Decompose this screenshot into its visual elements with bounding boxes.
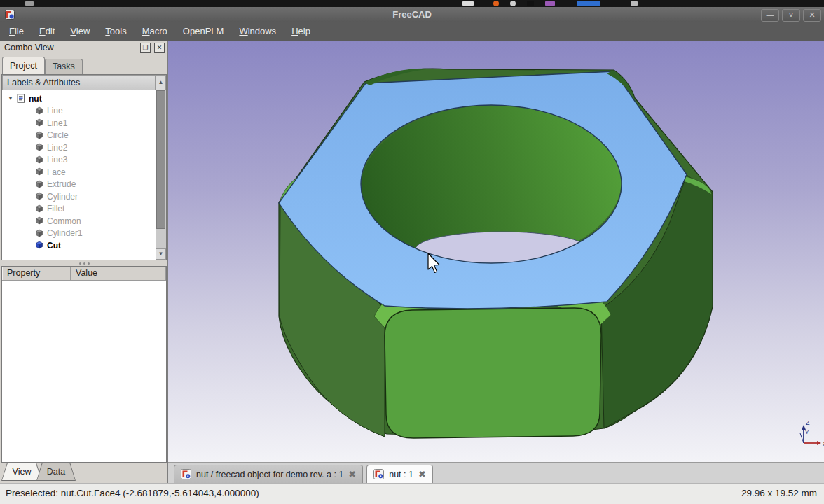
tree-rows: ▼ nut LineLine1CircleLine2Line3FaceExtru… xyxy=(2,90,156,260)
tree-item-nut[interactable]: ▼ nut xyxy=(2,92,156,105)
menu-edit[interactable]: Edit xyxy=(32,22,62,41)
minimize-button[interactable]: — xyxy=(761,9,779,22)
window-title: FreeCAD xyxy=(0,9,824,20)
taskbar-icon[interactable] xyxy=(631,1,638,6)
status-preselection-text: Preselected: nut.Cut.Face4 (-2.681879,-5… xyxy=(6,488,259,498)
menu-tools[interactable]: Tools xyxy=(97,22,134,41)
cube-icon xyxy=(34,204,44,214)
freecad-file-icon xyxy=(373,469,384,479)
tree-item-label: Cylinder1 xyxy=(47,228,83,238)
cube-icon xyxy=(34,192,44,201)
menu-view[interactable]: View xyxy=(62,22,97,41)
cube-icon xyxy=(34,131,44,140)
tab-project[interactable]: Project xyxy=(2,57,45,74)
property-table: Property Value xyxy=(1,266,167,463)
scroll-up-icon[interactable]: ▲ xyxy=(156,75,166,90)
tree-item-label: Line xyxy=(47,106,63,115)
axis-y-label: Y xyxy=(805,429,809,435)
tab-data[interactable]: Data xyxy=(36,463,76,481)
panel-splitter[interactable] xyxy=(1,260,167,266)
status-bar: Preselected: nut.Cut.Face4 (-2.681879,-5… xyxy=(0,483,824,504)
value-column-header[interactable]: Value xyxy=(71,267,166,281)
cube-icon xyxy=(34,155,44,164)
tree-item-line2[interactable]: Line2 xyxy=(2,141,156,154)
tree-item-line[interactable]: Line xyxy=(2,105,156,118)
scroll-down-icon[interactable]: ▼ xyxy=(156,248,166,260)
document-tab[interactable]: nut / freecad object for demo rev. a : 1… xyxy=(174,465,363,483)
tree-item-label: Face xyxy=(47,167,66,177)
menu-file[interactable]: File xyxy=(1,22,32,41)
menu-openplm[interactable]: OpenPLM xyxy=(175,22,232,41)
tab-close-icon[interactable]: ✖ xyxy=(418,469,426,479)
taskbar-icon[interactable] xyxy=(577,1,600,6)
tree-item-label: Cut xyxy=(47,241,61,251)
document-tabbar: nut / freecad object for demo rev. a : 1… xyxy=(168,462,824,483)
panel-close-button[interactable]: ✕ xyxy=(154,43,165,53)
tree-item-label: nut xyxy=(29,94,42,104)
tree-item-label: Line3 xyxy=(47,155,67,164)
3d-viewport[interactable]: X Z Y xyxy=(168,41,824,462)
tree-item-label: Extrude xyxy=(47,179,76,189)
expand-arrow-icon[interactable]: ▼ xyxy=(8,95,16,102)
hex-nut-model[interactable] xyxy=(279,69,713,438)
taskbar-icon[interactable] xyxy=(25,1,34,6)
os-taskbar[interactable] xyxy=(0,0,824,7)
tree-item-cylinder1[interactable]: Cylinder1 xyxy=(2,227,156,240)
menubar: FileEditViewToolsMacroOpenPLMWindowsHelp xyxy=(0,22,824,41)
taskbar-icon[interactable] xyxy=(545,1,555,6)
cube-icon xyxy=(34,216,44,225)
tree-item-line1[interactable]: Line1 xyxy=(2,117,156,130)
model-tree: Labels & Attributes ▲ ▼ nut LineLine1Cir… xyxy=(1,74,167,260)
combo-view-panel: Combo View ❐ ✕ Project Tasks Labels & At… xyxy=(0,41,168,483)
status-dimensions-text: 29.96 x 19.52 mm xyxy=(741,488,817,498)
tree-item-cylinder[interactable]: Cylinder xyxy=(2,190,156,203)
tree-column-header: Labels & Attributes xyxy=(2,75,156,90)
tree-item-extrude[interactable]: Extrude xyxy=(2,178,156,191)
combo-view-tabs: Project Tasks xyxy=(2,56,83,74)
cube-icon xyxy=(34,143,44,152)
combo-view-header: Combo View ❐ ✕ xyxy=(0,41,167,56)
freecad-file-icon xyxy=(181,469,191,479)
cube-icon xyxy=(34,106,44,115)
menu-macro[interactable]: Macro xyxy=(135,22,175,41)
taskbar-icon[interactable] xyxy=(462,1,474,6)
close-button[interactable]: ✕ xyxy=(803,9,821,22)
cube-icon xyxy=(34,229,44,238)
document-tab-label: nut : 1 xyxy=(389,470,413,479)
tree-item-label: Common xyxy=(47,216,81,226)
axis-z-label: Z xyxy=(806,419,810,426)
combo-view-title: Combo View xyxy=(4,43,54,52)
menu-help[interactable]: Help xyxy=(284,22,318,41)
cube-icon xyxy=(34,118,44,127)
property-view-tabs: View Data xyxy=(1,463,70,483)
maximize-button[interactable]: ˅ xyxy=(782,9,800,22)
document-tab-label: nut / freecad object for demo rev. a : 1 xyxy=(196,470,343,479)
tree-item-circle[interactable]: Circle xyxy=(2,130,156,142)
document-tab[interactable]: nut : 1✖ xyxy=(366,465,433,483)
tree-children: LineLine1CircleLine2Line3FaceExtrudeCyli… xyxy=(2,105,156,252)
tree-item-line3[interactable]: Line3 xyxy=(2,154,156,167)
tree-item-label: Fillet xyxy=(47,204,64,214)
tree-item-label: Circle xyxy=(47,130,69,140)
tree-item-label: Line1 xyxy=(47,118,67,128)
scrollbar-thumb[interactable] xyxy=(156,90,165,229)
window-titlebar: FreeCAD — ˅ ✕ xyxy=(0,7,824,22)
tab-tasks[interactable]: Tasks xyxy=(45,59,83,74)
tree-scrollbar[interactable]: ▼ xyxy=(156,90,166,260)
tree-item-face[interactable]: Face xyxy=(2,166,156,178)
tree-item-label: Line2 xyxy=(47,143,67,153)
nut-front-face[interactable] xyxy=(385,308,601,438)
tree-item-fillet[interactable]: Fillet xyxy=(2,203,156,216)
taskbar-icon[interactable] xyxy=(493,1,499,6)
taskbar-icon[interactable] xyxy=(510,1,516,6)
tree-item-cut[interactable]: Cut xyxy=(2,239,156,252)
cube-icon xyxy=(34,180,44,189)
menu-windows[interactable]: Windows xyxy=(231,22,284,41)
tab-close-icon[interactable]: ✖ xyxy=(348,469,356,479)
property-column-header[interactable]: Property xyxy=(2,267,71,281)
tree-item-common[interactable]: Common xyxy=(2,215,156,227)
cube-icon xyxy=(34,241,44,250)
panel-float-button[interactable]: ❐ xyxy=(140,43,151,53)
taskbar-icon[interactable] xyxy=(527,1,534,6)
document-icon xyxy=(16,94,26,103)
